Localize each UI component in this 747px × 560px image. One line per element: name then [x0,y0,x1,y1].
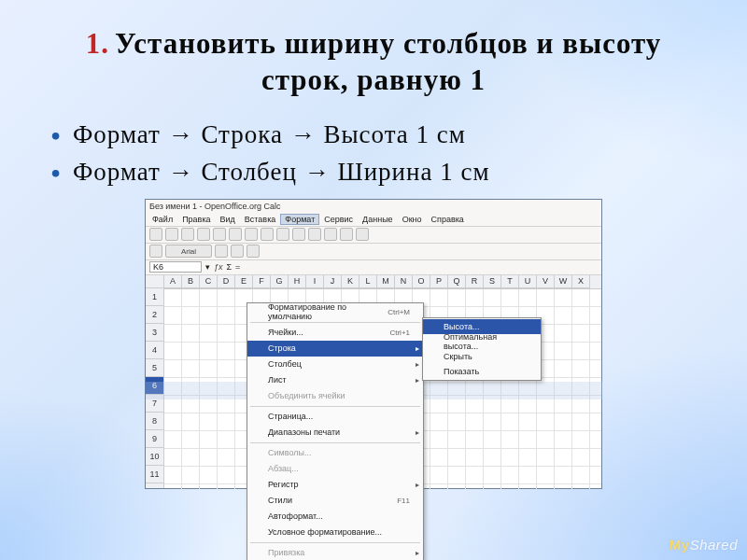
toolbar-button[interactable] [149,245,162,258]
col-header[interactable]: X [572,275,590,288]
row-header[interactable]: 9 [146,430,163,448]
menu-item[interactable]: Регистр [247,477,423,493]
row-header[interactable]: 3 [146,324,163,342]
toolbar-button[interactable] [324,228,337,241]
col-header[interactable]: S [484,275,501,288]
toolbar-button[interactable] [165,228,178,241]
col-header[interactable]: R [466,275,484,288]
fx-icon[interactable]: ƒx [214,262,223,272]
row-header[interactable]: 11 [146,466,163,483]
col-header[interactable]: O [413,275,430,288]
watermark-part2: Shared [690,537,738,553]
col-header[interactable]: E [235,275,253,288]
row-header[interactable]: 1 [146,288,163,306]
watermark-part1: My [669,537,690,553]
toolbar-button[interactable] [231,245,244,258]
col-header[interactable]: I [306,275,324,288]
watermark: MyShared [669,537,738,553]
col-header[interactable]: Q [448,275,466,288]
row-header[interactable]: 10 [146,448,163,466]
menu-window[interactable]: Окно [398,215,427,224]
menu-view[interactable]: Вид [216,215,240,224]
col-header[interactable]: W [555,275,572,288]
toolbar-button[interactable] [229,228,242,241]
equals-icon[interactable]: = [235,262,240,272]
toolbar-button[interactable] [197,228,210,241]
slide-title: 1.Установить ширину столбцов и высоту ст… [43,26,704,99]
menu-help[interactable]: Справка [427,215,469,224]
toolbar-formatting: Arial [146,244,601,260]
toolbar-button[interactable] [213,228,226,241]
col-header[interactable]: G [271,275,289,288]
menu-item[interactable]: Лист [247,372,423,388]
col-header[interactable]: F [253,275,271,288]
toolbar-standard [146,227,601,244]
bullet-list: Формат → Строка → Высота 1 см Формат → С… [43,116,704,191]
bullet-item: Формат → Столбец → Ширина 1 см [52,153,704,191]
menu-item[interactable]: Диапазоны печати [247,425,423,441]
row-header[interactable]: 7 [146,395,163,413]
slide-title-text: Установить ширину столбцов и высоту стро… [115,27,661,96]
toolbar-button[interactable] [215,245,228,258]
calc-screenshot: Без имени 1 - OpenOffice.org Calc Файл П… [145,199,602,489]
menu-item[interactable]: Строка [247,341,423,357]
col-header[interactable]: K [342,275,359,288]
menu-item[interactable]: Автоформат... [247,509,423,525]
row-submenu: Высота...Оптимальная высота...СкрытьПока… [422,317,542,381]
bullet-item: Формат → Строка → Высота 1 см [52,116,704,154]
menu-insert[interactable]: Вставка [240,215,280,224]
menu-item: Привязка [247,545,423,561]
menu-format[interactable]: Формат [280,214,319,225]
submenu-item[interactable]: Скрыть [423,349,541,364]
col-header[interactable]: M [377,275,395,288]
row-header[interactable]: 2 [146,306,163,324]
menu-item[interactable]: Форматирование по умолчаниюCtrl+M [247,304,423,320]
col-header[interactable]: B [182,275,200,288]
cell-reference-box[interactable]: K6 [149,261,202,273]
toolbar-button[interactable] [181,228,194,241]
toolbar-button[interactable] [276,228,289,241]
menu-tools[interactable]: Сервис [319,215,358,224]
chevron-down-icon[interactable]: ▾ [205,262,210,272]
col-header[interactable]: D [218,275,235,288]
toolbar-button[interactable] [340,228,353,241]
menu-data[interactable]: Данные [358,215,398,224]
menu-item[interactable]: Страница... [247,409,423,425]
col-header[interactable]: A [164,275,182,288]
sigma-icon[interactable]: Σ [227,262,233,272]
toolbar-button[interactable] [292,228,305,241]
menu-item: Абзац... [247,461,423,477]
col-header[interactable]: H [289,275,306,288]
row-header[interactable]: 6 [146,377,163,395]
col-header[interactable]: J [324,275,342,288]
font-combo[interactable]: Arial [165,245,212,258]
col-header[interactable]: P [430,275,448,288]
menu-item[interactable]: СтилиF11 [247,493,423,509]
row-header[interactable]: 8 [146,413,163,430]
toolbar-button[interactable] [261,228,274,241]
col-header[interactable]: N [395,275,413,288]
col-header[interactable]: T [501,275,519,288]
toolbar-button[interactable] [149,228,162,241]
col-header[interactable]: V [537,275,555,288]
submenu-item[interactable]: Показать [423,364,541,379]
menu-file[interactable]: Файл [148,215,177,224]
submenu-item[interactable]: Оптимальная высота... [423,334,541,349]
corner-cell[interactable] [146,275,163,288]
row-header[interactable]: 4 [146,342,163,359]
col-header[interactable]: U [519,275,537,288]
col-header[interactable]: L [359,275,377,288]
formula-bar: K6 ▾ ƒx Σ = [146,260,601,275]
row-header[interactable]: 5 [146,359,163,377]
menu-item[interactable]: Ячейки...Ctrl+1 [247,325,423,341]
toolbar-button[interactable] [356,228,369,241]
row-headers: 1 2 3 4 5 6 7 8 9 10 11 [146,275,164,488]
toolbar-button[interactable] [247,245,260,258]
col-header[interactable]: C [200,275,218,288]
menu-edit[interactable]: Правка [177,215,215,224]
menu-item[interactable]: Столбец [247,357,423,372]
format-menu-dropdown: Форматирование по умолчаниюCtrl+MЯчейки.… [247,302,424,561]
menu-item[interactable]: Условное форматирование... [247,525,423,540]
toolbar-button[interactable] [245,228,258,241]
toolbar-button[interactable] [308,228,321,241]
